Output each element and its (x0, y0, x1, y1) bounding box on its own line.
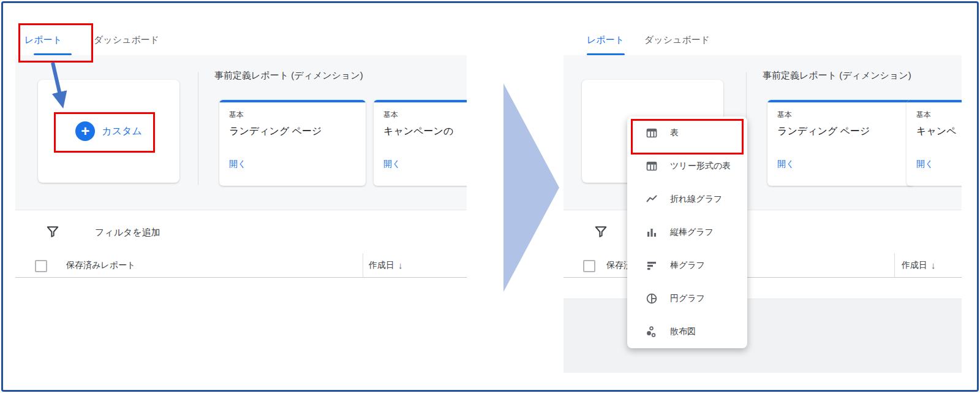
tab-bar: レポート ダッシュボード (564, 25, 962, 56)
open-link[interactable]: 開く (229, 159, 246, 170)
tab-dashboard[interactable]: ダッシュボード (94, 25, 159, 53)
scatter-icon (646, 326, 658, 338)
menu-item-line-chart[interactable]: 折れ線グラフ (627, 183, 747, 216)
predefined-reports-title: 事前定義レポート (ディメンション) (763, 70, 911, 82)
bar-chart-icon (646, 259, 658, 272)
add-filter-label[interactable]: フィルタを追加 (95, 210, 160, 254)
menu-item-label: 棒グラフ (670, 260, 705, 271)
custom-button-label: カスタム (102, 125, 142, 138)
saved-reports-header-row: 保存済みレポート 作成日 ↓ (564, 253, 962, 278)
menu-item-label: 表 (670, 128, 679, 139)
empty-table-area (564, 299, 962, 373)
created-date-sort-header[interactable]: 作成日 ↓ (902, 253, 936, 277)
left-screenshot-panel: レポート ダッシュボード + カスタム 事前定義レポート (ディメンション) 基… (15, 25, 467, 375)
card-category: 基本 (383, 110, 467, 120)
menu-item-table[interactable]: 表 (627, 116, 747, 150)
menu-item-tree-table[interactable]: ツリー形式の表 (627, 150, 747, 183)
predefined-report-card[interactable]: 基本 ランディング ページ 開く (767, 100, 914, 186)
menu-item-pie-chart[interactable]: 円グラフ (627, 282, 747, 315)
select-all-checkbox[interactable] (583, 260, 595, 272)
menu-item-bar-chart[interactable]: 棒グラフ (627, 249, 747, 282)
right-screenshot-panel: レポート ダッシュボード 事前定義レポート (ディメンション) 基本 ランディン… (564, 25, 962, 373)
predefined-report-card[interactable]: 基本 キャンペ 開く (907, 100, 962, 186)
sort-desc-icon: ↓ (398, 253, 403, 277)
menu-item-label: 円グラフ (670, 293, 705, 304)
tree-table-icon (646, 160, 658, 172)
open-link[interactable]: 開く (916, 159, 933, 170)
predefined-report-card[interactable]: 基本 キャンペーンの 開く (374, 100, 467, 186)
predefined-report-card[interactable]: 基本 ランディング ページ 開く (219, 100, 366, 186)
tab-dashboard[interactable]: ダッシュボード (644, 25, 710, 53)
menu-item-label: 散布図 (670, 326, 696, 337)
column-divider (363, 253, 363, 277)
card-category: 基本 (916, 110, 962, 120)
card-category: 基本 (777, 110, 904, 120)
card-category: 基本 (229, 110, 356, 120)
custom-report-card: + カスタム (38, 80, 179, 183)
card-title: キャンペーンの (383, 125, 467, 138)
menu-item-label: ツリー形式の表 (670, 161, 731, 172)
filter-bar: フィルタを追加 (15, 210, 467, 254)
sort-desc-icon: ↓ (931, 253, 936, 277)
open-link[interactable]: 開く (777, 159, 794, 170)
menu-item-label: 縦棒グラフ (670, 227, 714, 238)
card-title: ランディング ページ (777, 125, 904, 138)
saved-reports-header-row: 保存済みレポート 作成日 ↓ (15, 253, 467, 278)
tab-report[interactable]: レポート (24, 25, 62, 53)
tab-report[interactable]: レポート (587, 25, 624, 53)
card-title: キャンペ (916, 125, 962, 138)
pie-chart-icon (646, 292, 658, 305)
line-chart-icon (646, 193, 658, 205)
table-icon (646, 127, 658, 139)
create-custom-report-button[interactable]: + カスタム (75, 121, 142, 141)
tab-bar: レポート ダッシュボード (15, 25, 467, 56)
section-divider (198, 72, 198, 185)
filter-icon[interactable] (46, 225, 59, 238)
created-date-sort-header[interactable]: 作成日 ↓ (369, 253, 403, 277)
select-all-checkbox[interactable] (35, 260, 47, 272)
created-date-label: 作成日 (369, 253, 394, 277)
open-link[interactable]: 開く (383, 159, 401, 170)
plus-icon: + (75, 121, 95, 141)
predefined-reports-title: 事前定義レポート (ディメンション) (214, 70, 363, 82)
column-divider (894, 253, 895, 277)
created-date-label: 作成日 (902, 253, 927, 277)
column-chart-icon (646, 226, 658, 238)
chart-type-menu: 表 ツリー形式の表 折れ線グラフ 縦棒グラフ 棒グラフ (627, 116, 747, 348)
saved-reports-label: 保存済みレポート (66, 253, 135, 277)
filter-bar (564, 210, 962, 254)
filter-icon[interactable] (594, 225, 608, 238)
menu-item-label: 折れ線グラフ (670, 194, 722, 205)
card-title: ランディング ページ (229, 125, 356, 138)
menu-item-scatter-chart[interactable]: 散布図 (627, 315, 747, 348)
menu-item-column-chart[interactable]: 縦棒グラフ (627, 216, 747, 249)
